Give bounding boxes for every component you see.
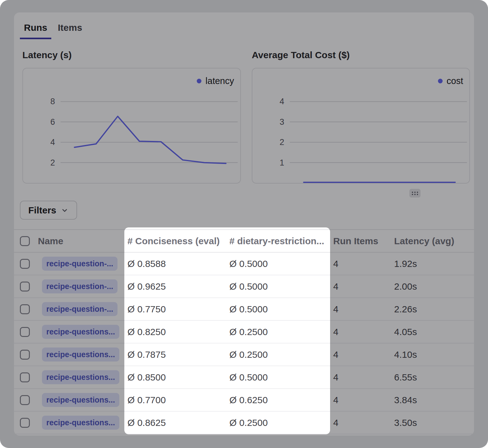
svg-text:3: 3 <box>279 117 284 127</box>
dietary-score-cell: Ø 0.6250 <box>229 395 333 405</box>
run-name-badge[interactable]: recipe-question-... <box>42 302 117 316</box>
svg-text:1: 1 <box>279 158 284 167</box>
latency-avg-cell: 4.05s <box>394 327 474 337</box>
run-name-cell: recipe-question-... <box>38 257 127 271</box>
table-row[interactable]: recipe-questions...Ø 0.7875Ø 0.250044.10… <box>14 343 474 366</box>
dietary-score-cell: Ø 0.2500 <box>229 349 333 360</box>
cost-legend-dot-icon <box>438 79 443 83</box>
svg-text:8: 8 <box>50 97 55 106</box>
dietary-score-cell: Ø 0.5000 <box>229 281 333 292</box>
run-items-cell: 4 <box>333 349 394 360</box>
run-name-badge[interactable]: recipe-questions... <box>42 393 119 407</box>
run-name-badge[interactable]: recipe-questions... <box>42 370 119 384</box>
latency-avg-cell: 3.84s <box>394 395 474 405</box>
run-items-cell: 4 <box>333 395 394 405</box>
run-name-cell: recipe-question-... <box>38 302 127 316</box>
conciseness-score-cell: Ø 0.9625 <box>127 281 229 292</box>
run-name-badge[interactable]: recipe-question-... <box>42 257 117 271</box>
row-checkbox-cell <box>14 327 38 337</box>
run-items-cell: 4 <box>333 418 394 428</box>
row-checkbox[interactable] <box>20 304 30 314</box>
table-row[interactable]: recipe-question-...Ø 0.8588Ø 0.500041.92… <box>14 253 474 275</box>
dietary-score-cell: Ø 0.2500 <box>229 418 333 428</box>
svg-text:4: 4 <box>279 97 284 106</box>
runs-table: Name # Conciseness (eval) # dietary-rest… <box>14 229 474 434</box>
row-checkbox-cell <box>14 304 38 314</box>
cost-line-chart: 4321 <box>252 68 469 183</box>
table-row[interactable]: recipe-question-...Ø 0.7750Ø 0.500042.26… <box>14 298 474 321</box>
run-items-cell: 4 <box>333 304 394 315</box>
conciseness-score-cell: Ø 0.7875 <box>127 349 229 360</box>
tab-runs[interactable]: Runs <box>20 22 51 39</box>
cost-legend-label: cost <box>447 76 463 86</box>
run-name-cell: recipe-question-... <box>38 279 127 293</box>
conciseness-score-cell: Ø 0.8625 <box>127 418 229 428</box>
app-stage: Runs Items Latency (s) Average Total Cos… <box>0 0 488 448</box>
dietary-score-cell: Ø 0.2500 <box>229 327 333 337</box>
runs-panel-card: Runs Items Latency (s) Average Total Cos… <box>14 12 474 436</box>
row-checkbox[interactable] <box>20 418 30 428</box>
filters-button[interactable]: Filters <box>20 201 77 220</box>
latency-legend-label: latency <box>205 76 234 86</box>
run-items-cell: 4 <box>333 372 394 383</box>
tab-bar: Runs Items <box>20 22 86 39</box>
latency-legend: latency <box>197 76 234 86</box>
column-header-name[interactable]: Name <box>38 236 127 246</box>
row-checkbox[interactable] <box>20 282 30 292</box>
run-name-badge[interactable]: recipe-questions... <box>42 325 119 339</box>
run-name-badge[interactable]: recipe-questions... <box>42 348 119 362</box>
latency-avg-cell: 3.50s <box>394 418 474 428</box>
column-header-run-items[interactable]: Run Items <box>333 236 394 246</box>
run-items-cell: 4 <box>333 281 394 292</box>
table-row[interactable]: recipe-questions...Ø 0.8625Ø 0.250043.50… <box>14 412 474 434</box>
table-row[interactable]: recipe-questions...Ø 0.8250Ø 0.250044.05… <box>14 321 474 343</box>
row-checkbox[interactable] <box>20 327 30 337</box>
latency-legend-dot-icon <box>197 79 201 83</box>
table-row[interactable]: recipe-questions...Ø 0.8500Ø 0.500046.55… <box>14 366 474 389</box>
column-header-latency[interactable]: Latency (avg) <box>394 236 474 246</box>
run-items-cell: 4 <box>333 259 394 269</box>
cost-chart-title: Average Total Cost ($) <box>252 50 350 60</box>
row-checkbox[interactable] <box>20 259 30 269</box>
run-name-cell: recipe-questions... <box>38 393 127 407</box>
dietary-score-cell: Ø 0.5000 <box>229 372 333 383</box>
conciseness-score-cell: Ø 0.7750 <box>127 304 229 315</box>
row-checkbox[interactable] <box>20 395 30 405</box>
row-checkbox-cell <box>14 372 38 382</box>
run-name-cell: recipe-questions... <box>38 348 127 362</box>
conciseness-score-cell: Ø 0.8250 <box>127 327 229 337</box>
row-checkbox-cell <box>14 418 38 428</box>
column-header-dietary[interactable]: # dietary-restriction... <box>229 236 333 246</box>
svg-text:2: 2 <box>50 158 55 167</box>
select-all-cell <box>14 236 38 246</box>
latency-avg-cell: 2.00s <box>394 281 474 292</box>
resize-drag-handle[interactable] <box>409 189 421 198</box>
table-row[interactable]: recipe-question-...Ø 0.9625Ø 0.500042.00… <box>14 275 474 298</box>
svg-text:6: 6 <box>50 117 55 127</box>
latency-chart-title: Latency (s) <box>22 50 71 60</box>
run-name-badge[interactable]: recipe-questions... <box>42 416 119 430</box>
svg-text:4: 4 <box>50 138 55 147</box>
cost-chart-panel: 4321 cost <box>252 68 470 184</box>
conciseness-score-cell: Ø 0.8500 <box>127 372 229 383</box>
row-checkbox[interactable] <box>20 372 30 382</box>
cost-legend: cost <box>438 76 463 86</box>
latency-avg-cell: 1.92s <box>394 259 474 269</box>
row-checkbox[interactable] <box>20 350 30 360</box>
latency-chart-panel: 8642 latency <box>22 68 241 184</box>
select-all-checkbox[interactable] <box>20 236 30 246</box>
table-header-row: Name # Conciseness (eval) # dietary-rest… <box>14 230 474 253</box>
tab-items[interactable]: Items <box>54 22 86 39</box>
column-header-conciseness[interactable]: # Conciseness (eval) <box>127 236 229 246</box>
svg-text:2: 2 <box>279 138 284 147</box>
conciseness-score-cell: Ø 0.7700 <box>127 395 229 405</box>
latency-avg-cell: 4.10s <box>394 349 474 360</box>
row-checkbox-cell <box>14 282 38 292</box>
run-name-badge[interactable]: recipe-question-... <box>42 279 117 293</box>
run-name-cell: recipe-questions... <box>38 325 127 339</box>
filters-button-label: Filters <box>28 205 56 216</box>
table-row[interactable]: recipe-questions...Ø 0.7700Ø 0.625043.84… <box>14 389 474 412</box>
grip-dots-icon <box>411 190 419 196</box>
dietary-score-cell: Ø 0.5000 <box>229 259 333 269</box>
latency-avg-cell: 2.26s <box>394 304 474 315</box>
